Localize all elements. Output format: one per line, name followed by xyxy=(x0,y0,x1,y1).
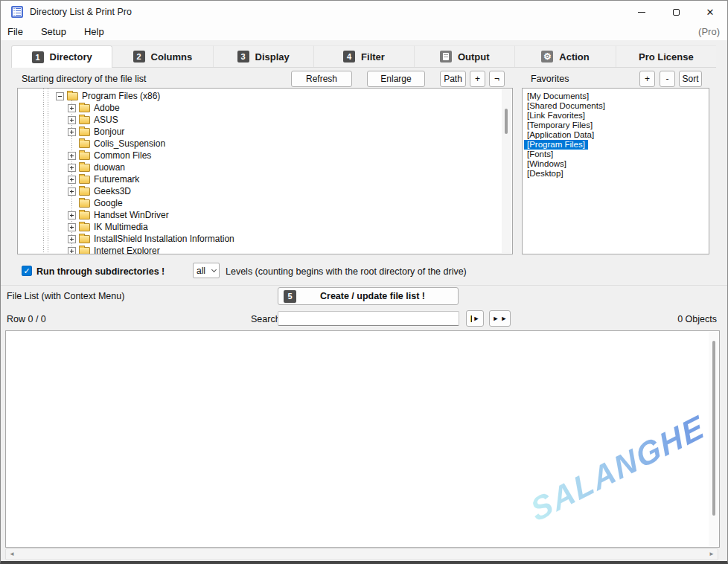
tree-item[interactable]: Adobe xyxy=(18,102,512,114)
tab-columns[interactable]: 2 Columns xyxy=(112,45,213,67)
tree-item[interactable]: Futuremark xyxy=(18,173,512,185)
tree-item-label: Adobe xyxy=(94,103,120,113)
check-icon: ✓ xyxy=(23,267,30,275)
tree-item-label: Bonjour xyxy=(94,126,124,137)
folder-icon xyxy=(79,116,90,124)
close-button[interactable]: ✕ xyxy=(693,1,727,23)
window-controls: ✕ xyxy=(625,1,727,23)
favorites-item[interactable]: [Fonts] xyxy=(524,150,556,159)
favorites-item[interactable]: [Shared Documents] xyxy=(524,101,608,111)
favorites-item[interactable]: [My Documents] xyxy=(524,92,592,101)
expand-icon[interactable] xyxy=(68,247,76,255)
path-button[interactable]: Path xyxy=(440,71,466,87)
expand-icon[interactable] xyxy=(68,152,76,160)
maximize-icon xyxy=(673,9,680,16)
levels-note: Levels (counting begins with the root di… xyxy=(226,266,467,277)
close-icon: ✕ xyxy=(706,7,715,17)
tree-item[interactable]: Bonjour xyxy=(18,126,512,138)
starting-directory-label: Starting directory of the file list xyxy=(22,74,146,84)
tab-directory[interactable]: 1 Directory xyxy=(11,45,112,68)
favorites-item[interactable]: [Program Files] xyxy=(524,140,588,150)
watermark: SALANGHE xyxy=(512,400,720,536)
favorites-item[interactable]: [Application Data] xyxy=(524,130,597,140)
menu-help[interactable]: Help xyxy=(75,26,113,37)
tree-item[interactable]: Common Files xyxy=(18,150,512,161)
minimize-button[interactable] xyxy=(625,1,659,23)
scroll-left-icon[interactable]: ◄ xyxy=(9,551,15,557)
tab-pro-license[interactable]: Pro License xyxy=(616,45,716,67)
tab-4-badge: 4 xyxy=(343,51,355,63)
tree-item[interactable]: duowan xyxy=(18,161,512,173)
refresh-button[interactable]: Refresh xyxy=(291,71,352,87)
tab-2-badge: 2 xyxy=(133,51,145,63)
document-icon xyxy=(440,51,452,63)
menu-setup[interactable]: Setup xyxy=(32,26,75,37)
tree-item[interactable]: Colis_Suspension xyxy=(18,138,512,150)
create-file-list-button[interactable]: 5 Create / update file list ! xyxy=(278,287,459,305)
search-all-button[interactable]: ►► xyxy=(489,310,511,327)
tree-item[interactable]: InstallShield Installation Information xyxy=(18,233,512,245)
search-next-button[interactable]: ► xyxy=(466,310,484,327)
expand-icon[interactable] xyxy=(68,235,76,243)
folder-icon xyxy=(79,104,90,112)
horizontal-scrollbar[interactable]: ◄ ► xyxy=(5,548,718,560)
expand-icon[interactable] xyxy=(68,128,76,136)
expand-icon[interactable] xyxy=(68,116,76,124)
folder-icon xyxy=(79,152,90,160)
tree-item[interactable]: ASUS xyxy=(18,114,512,126)
expand-icon[interactable] xyxy=(68,211,76,219)
file-list-panel[interactable]: SALANGHE xyxy=(5,330,720,548)
levels-dropdown[interactable]: all xyxy=(193,263,220,278)
tab-directory-label: Directory xyxy=(50,51,92,63)
collapse-icon[interactable] xyxy=(56,92,64,100)
tab-3-badge: 3 xyxy=(237,51,249,63)
tree-item[interactable]: Program Files (x86) xyxy=(18,90,512,102)
minimize-icon xyxy=(638,12,645,13)
enlarge-button[interactable]: Enlarge xyxy=(367,71,425,87)
favorites-item[interactable]: [Windows] xyxy=(524,159,569,169)
expand-icon[interactable] xyxy=(68,104,76,112)
favorites-add-button[interactable]: + xyxy=(639,71,655,87)
tab-1-badge: 1 xyxy=(32,51,44,63)
tree-scrollbar-thumb[interactable] xyxy=(505,109,508,134)
tree-item-label: Internet Explorer xyxy=(94,246,160,254)
tree-item[interactable]: Handset WinDriver xyxy=(18,209,512,221)
search-input[interactable] xyxy=(278,311,459,326)
expand-icon[interactable] xyxy=(68,164,76,172)
favorites-list[interactable]: [My Documents][Shared Documents][Link Fa… xyxy=(522,88,709,254)
tab-filter[interactable]: 4 Filter xyxy=(314,45,415,67)
tab-action[interactable]: ⚙ Action xyxy=(515,45,616,67)
scroll-right-icon[interactable]: ► xyxy=(709,551,715,557)
app-icon xyxy=(11,6,23,18)
window-title: Directory List & Print Pro xyxy=(30,7,132,17)
tab-filter-label: Filter xyxy=(361,51,385,63)
favorites-item[interactable]: [Desktop] xyxy=(524,169,566,179)
favorites-remove-button[interactable]: - xyxy=(660,71,675,87)
expand-icon[interactable] xyxy=(68,188,76,196)
favorites-item[interactable]: [Temporary Files] xyxy=(524,121,596,130)
tree-item-label: Colis_Suspension xyxy=(94,138,165,149)
tree-item[interactable]: Geeks3D xyxy=(18,185,512,197)
favorites-item[interactable]: [Link Favorites] xyxy=(524,111,588,121)
folder-icon xyxy=(79,247,90,255)
tree-item-label: Futuremark xyxy=(94,174,139,185)
directory-tree[interactable]: Program Files (x86)AdobeASUSBonjourColis… xyxy=(17,88,513,254)
tree-item[interactable]: Internet Explorer xyxy=(18,245,512,254)
menu-file[interactable]: File xyxy=(1,26,32,37)
tree-item-label: IK Multimedia xyxy=(94,222,148,232)
tree-item[interactable]: IK Multimedia xyxy=(18,221,512,233)
tab-display[interactable]: 3 Display xyxy=(214,45,314,67)
file-list-scrollbar-thumb[interactable] xyxy=(712,341,715,516)
tree-item[interactable]: Google xyxy=(18,197,512,209)
tab-output[interactable]: Output xyxy=(415,45,515,67)
expand-icon[interactable] xyxy=(68,223,76,231)
create-file-list-label: Create / update file list ! xyxy=(296,291,458,301)
path-plus-button[interactable]: + xyxy=(470,71,485,87)
maximize-button[interactable] xyxy=(659,1,693,23)
file-list-vertical-scrollbar[interactable] xyxy=(709,332,718,546)
tree-vertical-scrollbar[interactable] xyxy=(502,89,511,253)
run-subdirectories-checkbox[interactable]: ✓ xyxy=(22,266,32,276)
expand-icon[interactable] xyxy=(68,176,76,184)
favorites-sort-button[interactable]: Sort xyxy=(679,71,702,87)
path-negate-button[interactable]: ¬ xyxy=(489,71,505,87)
